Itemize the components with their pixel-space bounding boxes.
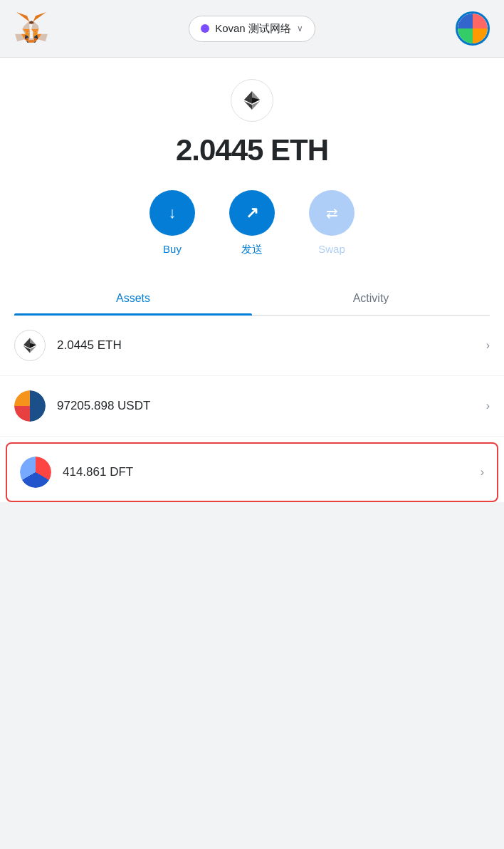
app-header: Kovan 测试网络 ∨ [0,0,504,58]
buy-button-container[interactable]: ↓ Buy [149,190,195,256]
asset-list: 2.0445 ETH › 97205.898 USDT › 414.861 DF… [0,316,504,502]
action-buttons: ↓ Buy ↗ 发送 ⇄ Swap [14,190,490,256]
tabs-container: Assets Activity [14,282,490,316]
balance-amount: 2.0445 ETH [176,133,328,167]
dft-asset-icon [20,457,51,488]
chevron-down-icon: ∨ [297,24,303,33]
svg-marker-1 [16,12,29,21]
network-dot [201,24,209,33]
buy-icon-circle: ↓ [149,190,195,236]
svg-marker-23 [28,37,33,40]
network-selector[interactable]: Kovan 测试网络 ∨ [189,16,315,42]
asset-item-dft[interactable]: 414.861 DFT › [6,442,498,502]
tab-assets[interactable]: Assets [14,282,252,315]
eth-asset-icon [14,330,46,361]
network-name: Kovan 测试网络 [215,22,291,36]
usdt-chevron-icon: › [486,400,490,412]
avatar[interactable] [456,11,490,46]
swap-label: Swap [318,243,345,255]
eth-chevron-icon: › [486,339,490,352]
send-button-container[interactable]: ↗ 发送 [229,190,275,256]
dft-chevron-icon: › [481,466,484,479]
avatar-graphic [458,14,488,43]
swap-icon: ⇄ [326,204,338,222]
send-icon: ↗ [246,204,258,222]
metamask-logo [14,10,48,47]
send-label: 发送 [241,243,263,256]
balance-container: 2.0445 ETH [14,133,490,167]
buy-label: Buy [163,243,182,255]
asset-item-usdt[interactable]: 97205.898 USDT › [0,376,504,437]
swap-button-container[interactable]: ⇄ Swap [309,190,355,256]
usdt-asset-amount: 97205.898 USDT [57,399,486,413]
download-icon: ↓ [169,204,177,222]
swap-icon-circle: ⇄ [309,190,355,236]
send-icon-circle: ↗ [229,190,275,236]
tab-activity[interactable]: Activity [252,282,490,315]
eth-icon-container [14,79,490,122]
asset-item-eth[interactable]: 2.0445 ETH › [0,316,504,376]
eth-main-icon [231,79,273,122]
eth-asset-amount: 2.0445 ETH [57,338,486,353]
usdt-asset-icon [14,390,46,422]
svg-marker-4 [22,21,29,29]
svg-marker-0 [33,12,46,21]
main-content: 2.0445 ETH ↓ Buy ↗ 发送 ⇄ Swap Assets Acti… [0,58,504,316]
dft-asset-amount: 414.861 DFT [63,465,481,479]
